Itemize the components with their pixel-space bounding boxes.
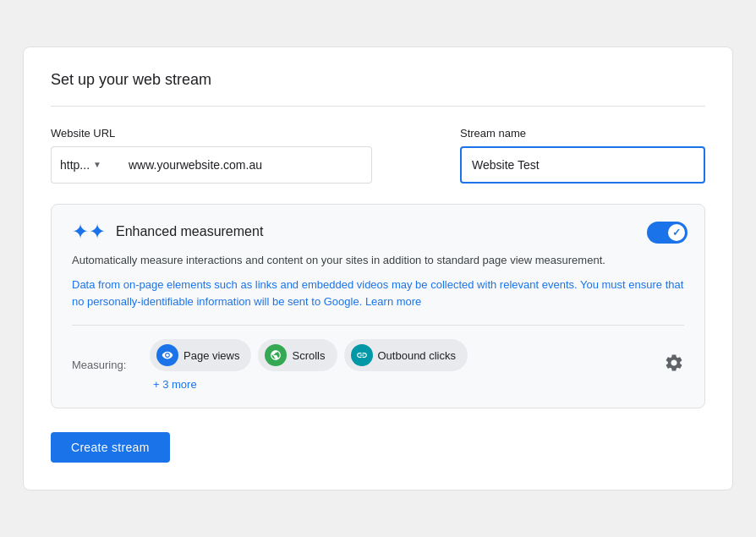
stream-name-label: Stream name — [460, 127, 705, 140]
form-row: Website URL http... ▼ Stream name — [51, 127, 705, 184]
chips-and-more: Page views Scrolls Outbound clicks — [150, 339, 654, 391]
chips-container: Page views Scrolls Outbound clicks — [150, 339, 654, 371]
more-link[interactable]: + 3 more — [153, 378, 654, 391]
enhanced-header: ✦✦ Enhanced measurement — [72, 222, 684, 242]
enhanced-description-2: Data from on-page elements such as links… — [72, 277, 684, 312]
stream-name-field: Stream name — [460, 127, 705, 184]
chevron-down-icon: ▼ — [93, 160, 101, 169]
measuring-label: Measuring: — [72, 359, 140, 371]
enhanced-title: Enhanced measurement — [116, 224, 263, 239]
protocol-label: http... — [60, 158, 90, 172]
create-stream-button[interactable]: Create stream — [51, 432, 170, 463]
eye-icon — [156, 344, 178, 366]
chip-page-views[interactable]: Page views — [150, 339, 251, 371]
globe-icon — [265, 344, 287, 366]
protocol-dropdown[interactable]: http... ▼ — [51, 146, 118, 184]
enhanced-toggle[interactable]: ✓ — [647, 222, 688, 244]
toggle-track: ✓ — [647, 222, 688, 244]
chip-outbound-clicks-label: Outbound clicks — [378, 349, 457, 362]
page-title: Set up your web stream — [51, 71, 705, 107]
enhanced-measurement-box: ✦✦ Enhanced measurement ✓ Automatically … — [51, 204, 705, 408]
chip-page-views-label: Page views — [184, 349, 239, 362]
url-input-group: http... ▼ — [51, 146, 440, 184]
website-url-field: Website URL http... ▼ — [51, 127, 440, 184]
website-url-label: Website URL — [51, 127, 440, 140]
measuring-row: Measuring: Page views Scrolls — [72, 339, 684, 391]
learn-more-link[interactable]: Learn more — [365, 295, 421, 308]
toggle-thumb: ✓ — [668, 224, 685, 241]
enhanced-description-1: Automatically measure interactions and c… — [72, 252, 684, 270]
divider — [72, 325, 684, 326]
toggle-container[interactable]: ✓ — [647, 222, 688, 244]
link-icon — [351, 344, 373, 366]
chip-scrolls-label: Scrolls — [292, 349, 325, 362]
checkmark-icon: ✓ — [672, 227, 681, 238]
url-input[interactable] — [118, 146, 372, 184]
gear-icon[interactable] — [664, 353, 684, 378]
main-card: Set up your web stream Website URL http.… — [23, 47, 733, 490]
sparkle-icon: ✦✦ — [72, 222, 106, 242]
chip-outbound-clicks[interactable]: Outbound clicks — [344, 339, 468, 371]
stream-name-input[interactable] — [460, 146, 705, 184]
chip-scrolls[interactable]: Scrolls — [258, 339, 337, 371]
